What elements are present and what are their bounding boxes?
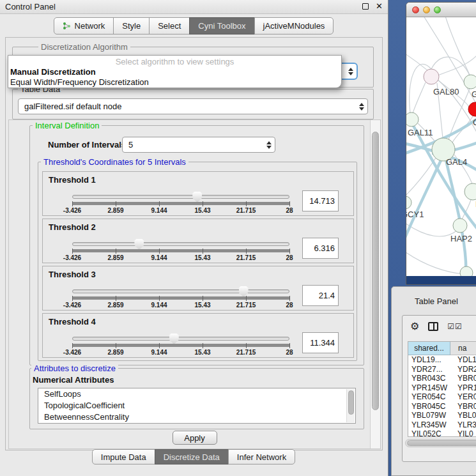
slider-minor-ticks bbox=[72, 344, 289, 347]
attribute-list-item[interactable]: TopologicalCoefficient bbox=[38, 400, 355, 411]
scrollbar-thumb[interactable] bbox=[348, 390, 354, 415]
slider-handle-icon[interactable] bbox=[134, 239, 144, 250]
table-row[interactable]: YBL079WYBL0 bbox=[408, 411, 476, 420]
network-node-label: GAL80 bbox=[433, 87, 459, 96]
slider-handle-icon[interactable] bbox=[239, 286, 249, 297]
tab-impute-data[interactable]: Impute Data bbox=[92, 449, 155, 464]
float-window-icon[interactable] bbox=[362, 3, 369, 10]
slider-tick-label: 21.715 bbox=[236, 302, 256, 309]
combo-stepper-icon[interactable] bbox=[266, 141, 272, 149]
table-cell[interactable]: YPR1 bbox=[450, 383, 476, 393]
table-horizontal-scrollbar[interactable] bbox=[405, 439, 476, 447]
scrollbar-thumb[interactable] bbox=[407, 440, 476, 446]
table-cell[interactable]: YBR043C bbox=[408, 374, 450, 383]
table-cell[interactable]: YDL19... bbox=[408, 355, 450, 365]
numerical-attributes-label: Numerical Attributes bbox=[33, 375, 114, 385]
table-cell[interactable]: YDR27... bbox=[408, 365, 450, 374]
checkbox-columns-icon[interactable]: ☑☑ bbox=[447, 322, 463, 331]
network-canvas[interactable]: GAL80GACGAL11GAL4GCY1HHAP2 bbox=[406, 17, 476, 277]
network-node-label: GCY1 bbox=[406, 210, 424, 219]
table-row[interactable]: YLR345WYLR3 bbox=[408, 420, 476, 430]
table-cell[interactable]: YDR2 bbox=[450, 365, 476, 374]
table-cell[interactable]: YBR045C bbox=[408, 402, 450, 411]
tab-discretize-data[interactable]: Discretize Data bbox=[155, 449, 229, 464]
network-node-hap2[interactable] bbox=[453, 219, 467, 233]
network-node-ga[interactable] bbox=[464, 75, 476, 89]
table-cell[interactable]: YIL0 bbox=[450, 429, 476, 437]
network-node-unlabeled[interactable] bbox=[460, 266, 473, 277]
attributes-list-scrollbar[interactable] bbox=[346, 389, 355, 422]
tab-style[interactable]: Style bbox=[113, 17, 150, 35]
threshold-slider[interactable]: -3.4262.8599.14415.4321.71528 bbox=[72, 289, 289, 310]
slider-tick-label: 28 bbox=[286, 254, 293, 261]
table-cell[interactable]: YPR145W bbox=[408, 383, 450, 393]
slider-handle-icon[interactable] bbox=[192, 192, 202, 203]
table-cell[interactable]: YIL052C bbox=[408, 429, 450, 437]
threshold-slider[interactable]: -3.4262.8599.14415.4321.71528 bbox=[72, 242, 289, 263]
settings-vertical-scrollbar[interactable] bbox=[370, 120, 380, 449]
network-node-gcy1[interactable] bbox=[406, 196, 411, 209]
table-data-combo[interactable]: galFiltered.sif default node bbox=[18, 98, 368, 114]
popup-option-equal-width-frequency[interactable]: Equal Width/Frequency Discretization bbox=[10, 77, 149, 87]
slider-major-tick bbox=[246, 201, 247, 206]
table-row[interactable]: YBR043CYBR0 bbox=[408, 374, 476, 383]
gear-icon[interactable]: ⚙ bbox=[410, 321, 419, 332]
slider-minor-ticks bbox=[72, 249, 289, 252]
threshold-slider[interactable]: -3.4262.8599.14415.4321.71528 bbox=[72, 195, 289, 215]
tab-network[interactable]: Network bbox=[54, 17, 114, 35]
table-cell[interactable]: YLR345W bbox=[408, 420, 450, 430]
network-node-c[interactable] bbox=[468, 102, 476, 116]
table-cell[interactable]: YLR3 bbox=[450, 420, 476, 430]
table-row[interactable]: YER054CYER0 bbox=[408, 392, 476, 402]
network-window-titlebar bbox=[406, 3, 476, 17]
slider-handle-icon[interactable] bbox=[169, 334, 179, 344]
num-intervals-combo[interactable]: 5 bbox=[122, 137, 275, 153]
slider-track[interactable] bbox=[72, 337, 289, 341]
close-icon[interactable]: ✕ bbox=[376, 1, 383, 11]
threshold-value-field[interactable]: 6.316 bbox=[302, 238, 339, 259]
table-cell[interactable]: YBR0 bbox=[450, 374, 476, 383]
network-node-gal80[interactable] bbox=[424, 69, 439, 84]
table-row[interactable]: YDL19...YDL1 bbox=[408, 355, 476, 365]
attribute-list-item[interactable]: SelfLoops bbox=[38, 388, 355, 400]
close-traffic-light-icon[interactable] bbox=[412, 6, 419, 13]
network-node-h[interactable] bbox=[464, 183, 476, 200]
split-columns-icon[interactable] bbox=[428, 322, 438, 331]
slider-track[interactable] bbox=[72, 242, 289, 246]
table-cell[interactable]: YBL079W bbox=[408, 411, 450, 420]
minimize-traffic-light-icon[interactable] bbox=[423, 6, 430, 13]
slider-track[interactable] bbox=[72, 195, 289, 199]
attributes-group-title: Attributes to discretize bbox=[31, 364, 118, 373]
attribute-list-item[interactable]: BetweennessCentrality bbox=[38, 411, 355, 423]
combo-stepper-icon[interactable] bbox=[359, 103, 364, 111]
network-node-gal11[interactable] bbox=[406, 112, 418, 127]
apply-button[interactable]: Apply bbox=[173, 431, 217, 445]
table-row[interactable]: YIL052CYIL0 bbox=[408, 429, 476, 437]
table-cell[interactable]: YER0 bbox=[450, 392, 476, 402]
table-cell[interactable]: YER054C bbox=[408, 392, 450, 402]
table-data-combo-value: galFiltered.sif default node bbox=[24, 102, 121, 111]
column-header-name[interactable]: na bbox=[450, 342, 476, 355]
threshold-slider[interactable]: -3.4262.8599.14415.4321.71528 bbox=[72, 337, 289, 357]
tab-jactivemnodules[interactable]: jActiveMNodules bbox=[254, 17, 334, 35]
column-header-shared-name[interactable]: shared... bbox=[408, 342, 450, 355]
tab-cyni-toolbox[interactable]: Cyni Toolbox bbox=[189, 17, 254, 35]
threshold-value-field[interactable]: 11.344 bbox=[302, 332, 339, 353]
table-row[interactable]: YBR045CYBR0 bbox=[408, 402, 476, 411]
table-cell[interactable]: YBL0 bbox=[450, 411, 476, 420]
tab-infer-network[interactable]: Infer Network bbox=[228, 449, 295, 464]
table-cell[interactable]: YDL1 bbox=[450, 355, 476, 365]
popup-option-manual-discretization[interactable]: Manual Discretization bbox=[10, 67, 96, 77]
table-row[interactable]: YPR145WYPR1 bbox=[408, 383, 476, 393]
table-cell[interactable]: YBR0 bbox=[450, 402, 476, 411]
tab-select[interactable]: Select bbox=[149, 17, 190, 35]
slider-track[interactable] bbox=[72, 289, 289, 293]
scrollbar-thumb[interactable] bbox=[372, 132, 379, 410]
zoom-traffic-light-icon[interactable] bbox=[434, 6, 441, 13]
threshold-value-field[interactable]: 14.713 bbox=[302, 190, 339, 211]
table-row[interactable]: YDR27...YDR2 bbox=[408, 365, 476, 374]
combo-stepper-icon[interactable] bbox=[348, 68, 353, 75]
slider-major-tick bbox=[116, 249, 116, 254]
network-node-label: GA bbox=[472, 89, 476, 99]
threshold-value-field[interactable]: 21.4 bbox=[302, 285, 339, 306]
